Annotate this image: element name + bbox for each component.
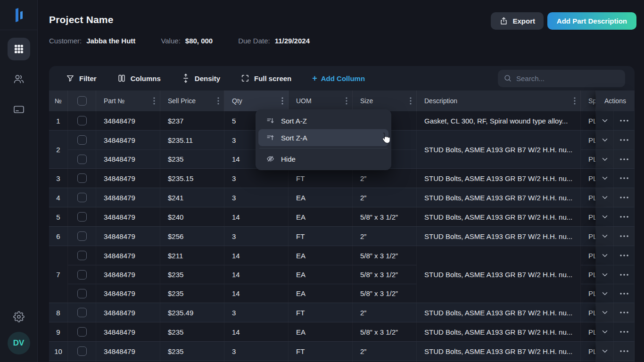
menu-item-label: Sort Z-A <box>281 134 307 142</box>
row-actions-button[interactable] <box>614 265 635 284</box>
expand-row-button[interactable] <box>596 284 614 303</box>
credit-card-icon <box>13 104 25 115</box>
size-cell: 5/8” x 3 1/2” <box>353 284 417 303</box>
size-cell: 2” <box>353 342 417 361</box>
expand-row-button[interactable] <box>596 227 614 246</box>
columns-button[interactable]: Columns <box>117 74 161 82</box>
fullscreen-button[interactable]: Full screen <box>241 74 291 82</box>
row-checkbox-cell <box>68 188 96 207</box>
export-button[interactable]: Export <box>491 12 544 30</box>
density-button[interactable]: Density <box>182 74 220 83</box>
row-checkbox[interactable] <box>77 251 87 260</box>
description-cell: Gasket, CL 300, RF, Spiral wound type al… <box>417 111 581 130</box>
ellipsis-icon <box>620 177 628 179</box>
column-menu-icon[interactable] <box>281 97 283 105</box>
row-checkbox[interactable] <box>77 346 87 356</box>
filter-button[interactable]: Filter <box>66 74 97 82</box>
column-menu-icon[interactable] <box>217 97 219 105</box>
expand-row-button[interactable] <box>596 207 614 226</box>
table-toolbar: Filter Columns Density <box>49 66 635 90</box>
density-label: Density <box>195 74 220 82</box>
row-number: 3 <box>49 169 68 188</box>
avatar[interactable]: DV <box>8 332 30 354</box>
row-actions-button[interactable] <box>614 188 635 207</box>
uom-cell: EA <box>289 265 353 284</box>
sidebar-item-billing[interactable] <box>8 98 30 121</box>
ellipsis-icon <box>620 312 628 313</box>
row-actions-button[interactable] <box>614 111 635 130</box>
part-cell: 34848479 <box>96 227 160 246</box>
description-cell: STUD Bolts, ASME A193 GR B7 W/2 H.H. nu.… <box>417 303 581 322</box>
header-uom: UOM <box>289 90 353 111</box>
row-number: 1 <box>49 111 68 130</box>
chevron-down-icon <box>601 136 609 144</box>
size-cell: 2” <box>353 188 417 207</box>
plus-icon: + <box>312 74 317 82</box>
row-actions-button[interactable] <box>614 322 635 341</box>
row-checkbox[interactable] <box>77 212 87 222</box>
column-menu-icon[interactable] <box>153 97 155 105</box>
add-part-description-button[interactable]: Add Part Description <box>547 12 636 30</box>
row-actions-button[interactable] <box>614 284 635 303</box>
row-actions-button[interactable] <box>614 342 635 361</box>
chevron-down-icon <box>601 251 609 260</box>
row-checkbox[interactable] <box>77 135 87 145</box>
row-actions-button[interactable] <box>614 131 635 149</box>
column-menu-icon[interactable] <box>574 97 576 105</box>
expand-row-button[interactable] <box>596 303 614 322</box>
expand-row-button[interactable] <box>596 322 614 341</box>
expand-row-button[interactable] <box>596 188 614 207</box>
menu-item-label: Hide <box>281 155 296 163</box>
expand-row-button[interactable] <box>596 342 614 361</box>
price-cell: $211 <box>160 246 224 265</box>
row-actions-button[interactable] <box>614 227 635 246</box>
add-column-button[interactable]: + Add Collumn <box>312 74 365 82</box>
row-actions-button[interactable] <box>614 303 635 322</box>
sidebar-item-users[interactable] <box>8 68 30 90</box>
add-part-description-label: Add Part Description <box>557 17 627 25</box>
app-logo[interactable] <box>0 0 38 30</box>
part-cell: 34848479 <box>96 265 160 284</box>
expand-row-button[interactable] <box>596 131 614 149</box>
expand-row-button[interactable] <box>596 149 614 168</box>
select-all-checkbox[interactable] <box>77 96 87 106</box>
uom-cell: FT <box>289 227 353 246</box>
column-menu-icon[interactable] <box>346 97 347 105</box>
qty-cell: 3 <box>224 169 289 188</box>
row-actions-button[interactable] <box>614 169 635 188</box>
spec-cell: PL <box>581 342 596 361</box>
expand-row-button[interactable] <box>596 265 614 284</box>
row-checkbox[interactable] <box>77 327 87 337</box>
row-checkbox[interactable] <box>77 289 87 298</box>
header-qty: Qty <box>224 90 289 111</box>
price-cell: $237 <box>160 111 224 130</box>
expand-row-button[interactable] <box>596 111 614 130</box>
row-actions-button[interactable] <box>614 149 635 168</box>
search-input[interactable] <box>516 74 619 82</box>
expand-row-button[interactable] <box>596 246 614 265</box>
sidebar-item-projects[interactable] <box>8 38 30 60</box>
settings-button[interactable] <box>8 305 30 328</box>
menu-item-sort-za[interactable]: Sort Z-A <box>258 129 388 146</box>
table-row: 10 34848479 $235 3 FT 2” STUD Bolts, ASM… <box>49 341 635 361</box>
row-checkbox-cell <box>68 131 96 149</box>
menu-item-sort-az[interactable]: Sort A-Z <box>258 112 388 129</box>
price-cell: $235 <box>160 284 224 303</box>
row-checkbox[interactable] <box>77 193 87 202</box>
spec-cell: PL <box>581 207 596 226</box>
row-checkbox[interactable] <box>77 308 87 317</box>
table-row: 5 34848479 $240 14 EA 5/8” x 3 1/2” STUD… <box>49 207 635 226</box>
row-checkbox[interactable] <box>77 270 87 280</box>
row-actions-button[interactable] <box>614 246 635 265</box>
row-actions-button[interactable] <box>614 207 635 226</box>
column-menu-icon[interactable] <box>410 97 412 105</box>
expand-row-button[interactable] <box>596 169 614 188</box>
row-checkbox[interactable] <box>77 116 87 125</box>
row-checkbox[interactable] <box>77 155 87 164</box>
row-checkbox[interactable] <box>77 231 87 241</box>
menu-item-hide[interactable]: Hide <box>258 150 388 167</box>
spec-cell: PL <box>581 131 596 149</box>
spec-cell: PL <box>581 303 596 322</box>
uom-cell: EA <box>289 322 353 341</box>
row-checkbox[interactable] <box>77 173 87 183</box>
